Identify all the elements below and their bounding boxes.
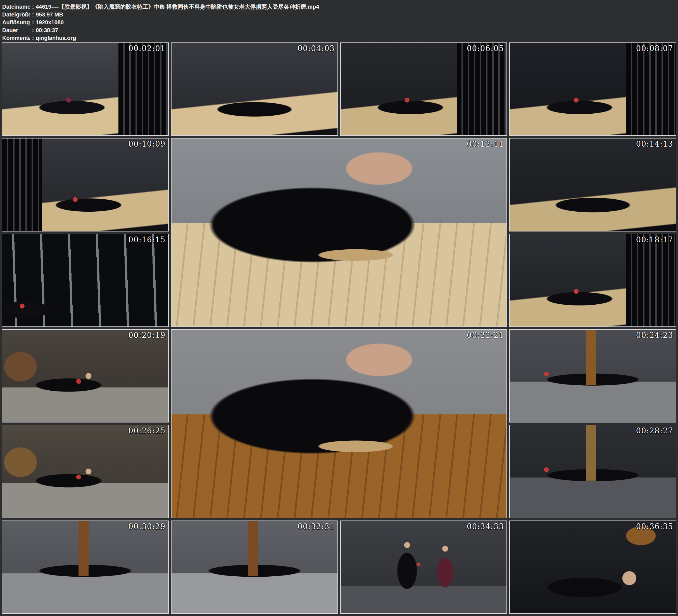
- metadata-row: Dateigröße : 953.97 MB: [2, 11, 676, 18]
- video-thumbnail-15[interactable]: 00:30:29: [2, 521, 169, 614]
- video-thumbnail-6[interactable]: 00:12:11: [171, 138, 507, 327]
- timestamp-overlay: 00:24:23: [636, 331, 673, 340]
- metadata-separator: :: [30, 18, 36, 26]
- metadata-separator: :: [30, 26, 36, 34]
- video-thumbnail-14[interactable]: 00:28:27: [509, 425, 676, 518]
- metadata-label: Kommentar: [2, 34, 30, 42]
- timestamp-overlay: 00:26:25: [128, 426, 165, 435]
- timestamp-overlay: 00:22:21: [467, 331, 504, 340]
- file-info-header: Dateiname : 44619----【胜景影视】《陷入魔窟的胶衣特工》中集…: [0, 0, 678, 41]
- metadata-row: Auflösung : 1920x1080: [2, 18, 676, 26]
- metadata-value: 44619----【胜景影视】《陷入魔窟的胶衣特工》中集 搭救同伙不料身中陷阱也…: [36, 3, 676, 11]
- video-thumbnail-17[interactable]: 00:34:33: [340, 521, 507, 614]
- timestamp-overlay: 00:30:29: [128, 522, 165, 531]
- timestamp-overlay: 00:16:15: [128, 235, 165, 244]
- metadata-value: qinglanhua.org: [36, 34, 676, 42]
- video-thumbnail-8[interactable]: 00:16:15: [2, 234, 169, 327]
- video-thumbnail-9[interactable]: 00:18:17: [509, 234, 676, 327]
- thumbnail-grid: 00:02:01 00:04:03 00:06:05 00:08:07 00:1…: [0, 41, 678, 616]
- timestamp-overlay: 00:14:13: [636, 140, 673, 148]
- timestamp-overlay: 00:34:33: [467, 522, 504, 531]
- timestamp-overlay: 00:08:07: [636, 44, 673, 53]
- metadata-label: Dauer: [2, 26, 30, 34]
- video-thumbnail-11[interactable]: 00:22:21: [171, 329, 507, 518]
- video-thumbnail-2[interactable]: 00:04:03: [171, 42, 338, 136]
- timestamp-overlay: 00:10:09: [128, 140, 165, 148]
- timestamp-overlay: 00:06:05: [467, 44, 504, 53]
- metadata-separator: :: [30, 11, 36, 18]
- timestamp-overlay: 00:12:11: [467, 140, 504, 148]
- video-thumbnail-13[interactable]: 00:26:25: [2, 425, 169, 518]
- video-thumbnail-3[interactable]: 00:06:05: [340, 42, 507, 136]
- timestamp-overlay: 00:36:35: [636, 522, 673, 531]
- timestamp-overlay: 00:04:03: [298, 44, 335, 53]
- metadata-label: Auflösung: [2, 18, 30, 26]
- video-thumbnail-7[interactable]: 00:14:13: [509, 138, 676, 231]
- metadata-row: Dauer : 00:38:37: [2, 26, 676, 34]
- video-thumbnail-18[interactable]: 00:36:35: [509, 521, 676, 614]
- timestamp-overlay: 00:02:01: [128, 44, 165, 53]
- video-thumbnail-16[interactable]: 00:32:31: [171, 521, 338, 614]
- metadata-separator: :: [30, 3, 36, 11]
- video-thumbnail-5[interactable]: 00:10:09: [2, 138, 169, 231]
- metadata-row: Kommentar : qinglanhua.org: [2, 34, 676, 42]
- timestamp-overlay: 00:18:17: [636, 235, 673, 244]
- metadata-label: Dateigröße: [2, 11, 30, 18]
- metadata-value: 953.97 MB: [36, 11, 676, 18]
- timestamp-overlay: 00:20:19: [128, 331, 165, 340]
- metadata-separator: :: [30, 34, 36, 42]
- video-thumbnail-4[interactable]: 00:08:07: [509, 42, 676, 136]
- metadata-value: 1920x1080: [36, 18, 676, 26]
- metadata-label: Dateiname: [2, 3, 30, 11]
- video-thumbnail-1[interactable]: 00:02:01: [2, 42, 169, 136]
- video-thumbnail-10[interactable]: 00:20:19: [2, 329, 169, 422]
- timestamp-overlay: 00:32:31: [298, 522, 335, 531]
- video-thumbnail-12[interactable]: 00:24:23: [509, 329, 676, 422]
- metadata-row: Dateiname : 44619----【胜景影视】《陷入魔窟的胶衣特工》中集…: [2, 3, 676, 11]
- timestamp-overlay: 00:28:27: [636, 426, 673, 435]
- metadata-value: 00:38:37: [36, 26, 676, 34]
